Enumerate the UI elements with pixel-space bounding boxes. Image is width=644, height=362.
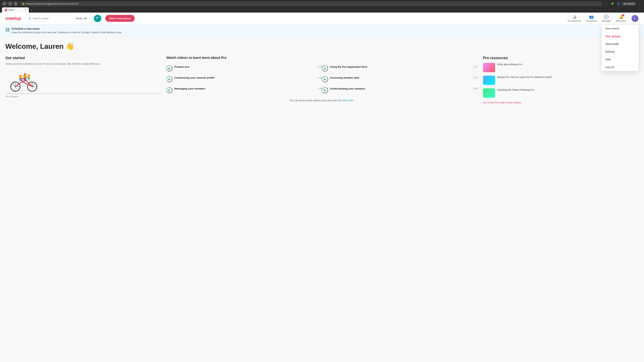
nav-messages[interactable]: 💬 Messages [602, 15, 611, 22]
svg-rect-23 [20, 78, 22, 81]
tabs-bar: M Home ✕ + [2, 7, 642, 12]
nav-pro-dashboard[interactable]: 📊 Pro Dashboard [568, 15, 581, 22]
incognito-badge: 🕵️ Incognito [622, 2, 636, 5]
extensions-icon[interactable]: 🧩 [610, 1, 615, 6]
nav-notifications[interactable]: 🔔 1 Notifications [616, 15, 626, 22]
site-logo[interactable]: meetup [5, 16, 21, 21]
resource-text-1: FAQs about Meetup Pro [497, 63, 522, 72]
schedule-event-banner: ℹ️ Schedule a new event Keep the momentu… [0, 24, 644, 37]
resource-text-3: Unlocking the Power of Meetup Pro [497, 88, 534, 98]
get-started-card: Get started Having an event scheduled un… [5, 56, 161, 98]
video-title-3: Customizing your network profile [174, 76, 316, 79]
dropdown-settings-label: Settings [605, 50, 615, 53]
get-started-description: Having an event scheduled unlocks Pro ex… [5, 62, 161, 66]
forward-button[interactable]: → [8, 1, 12, 6]
site-header: meetup 🔍 Dover, DE 🔍 Start a new group 📊… [0, 12, 644, 24]
active-tab[interactable]: M Home ✕ [2, 7, 29, 12]
nav-messages-label: Messages [602, 20, 611, 22]
dropdown-settings[interactable]: Settings [602, 48, 639, 56]
profile-icon[interactable]: 👤 [616, 1, 621, 6]
refresh-button[interactable]: ↻ [14, 1, 18, 6]
welcome-heading: Welcome, Lauren 👋 [5, 42, 639, 50]
video-item-4: ▶ Accessing member data 1:43 [322, 74, 478, 85]
search-icon: 🔍 [28, 17, 31, 20]
info-icon: ℹ️ [5, 28, 10, 32]
dropdown-logout-label: Log out [605, 66, 614, 68]
resource-thumbnail-3 [483, 88, 495, 98]
video-title-1: Product tour [174, 65, 316, 68]
banner-text: Keep the momentum going in the new year.… [12, 31, 122, 34]
back-button[interactable]: ← [2, 1, 7, 6]
video-duration-1: 3:19 [318, 65, 322, 68]
resource-item-3[interactable]: Unlocking the Power of Meetup Pro [483, 88, 639, 98]
video-item-2: ▶ Using the Pro registration form 1:17 [322, 63, 478, 74]
help-center-link[interactable]: help center [342, 99, 354, 102]
search-submit-icon: 🔍 [96, 16, 100, 20]
see-more-link[interactable]: See more Pro Help Center articles [483, 101, 521, 104]
dropdown-view-profile[interactable]: View profile [602, 40, 639, 48]
video-title-5: Messaging your members [174, 87, 316, 90]
video-title-4: Accessing member data [330, 76, 472, 79]
welcome-text: Welcome, Lauren [5, 42, 64, 50]
svg-marker-29 [25, 73, 27, 75]
location-display[interactable]: Dover, DE [73, 17, 90, 20]
browser-chrome: ← → ↻ 🔒 meetup.com/home/?suggested=true&… [0, 0, 644, 12]
resource-thumbnail-1 [483, 63, 495, 72]
resource-text-2: Meetup Pro: How do I grow my Pro Network… [497, 76, 552, 85]
wave-emoji: 👋 [66, 42, 74, 50]
svg-point-26 [27, 74, 30, 77]
dropdown-your-groups[interactable]: Your groups [602, 32, 639, 40]
browser-controls: ← → ↻ [2, 1, 18, 6]
video-duration-6: 2:36 [473, 87, 478, 90]
resource-item-2[interactable]: Meetup Pro: How do I grow my Pro Network… [483, 76, 639, 85]
dropdown-your-events[interactable]: Your events [602, 25, 639, 32]
play-button-6[interactable]: ▶ [322, 87, 328, 93]
videos-grid: ▶ Product tour 3:19 ▶ Using the Pro [166, 63, 478, 96]
banner-title: Schedule a new event [12, 27, 122, 30]
header-right: L Your events Your groups View profile S… [631, 15, 639, 22]
url-text: meetup.com/home/?suggested=true&source=E… [26, 2, 79, 5]
video-duration-4: 1:43 [473, 76, 478, 79]
banner-content: ℹ️ Schedule a new event Keep the momentu… [5, 27, 122, 34]
new-tab-button[interactable]: + [29, 8, 34, 12]
get-started-title: Get started [5, 56, 161, 60]
play-button-4[interactable]: ▶ [322, 76, 328, 82]
header-search-button[interactable]: 🔍 [94, 15, 101, 22]
play-button-1[interactable]: ▶ [166, 65, 172, 71]
svg-line-12 [32, 83, 36, 87]
bell-icon: 🔔 1 [619, 15, 623, 19]
videos-section-title: Watch videos to learn more about Pro [166, 56, 478, 60]
svg-rect-25 [24, 78, 26, 81]
bicycle-illustration [5, 69, 42, 92]
play-button-3[interactable]: ▶ [166, 76, 172, 82]
dropdown-your-events-label: Your events [605, 27, 619, 30]
header-nav: 📊 Pro Dashboard 👥 Connections 💬 Messages… [568, 15, 639, 22]
start-group-button[interactable]: Start a new group [105, 15, 135, 22]
svg-line-17 [26, 80, 32, 87]
video-item-6: ▶ Understanding your analytics 2:36 [322, 85, 478, 96]
progress-bar [5, 93, 161, 94]
dropdown-your-groups-label: Your groups [605, 35, 621, 38]
tab-close-button[interactable]: ✕ [24, 9, 26, 11]
progress-container: 0% Complete [5, 93, 161, 98]
tab-favicon: M [5, 9, 7, 11]
avatar-button[interactable]: L [631, 15, 639, 22]
chart-icon: 📊 [572, 15, 576, 19]
address-bar[interactable]: 🔒 meetup.com/home/?suggested=true&source… [20, 1, 602, 6]
search-input[interactable] [33, 17, 66, 20]
video-duration-5: 2:18 [318, 87, 322, 90]
video-title-2: Using the Pro registration form [330, 65, 472, 68]
browser-actions: ☆ 🧩 👤 🕵️ Incognito ⋮ [604, 1, 642, 6]
nav-connections[interactable]: 👥 Connections [586, 15, 597, 22]
play-button-2[interactable]: ▶ [322, 65, 328, 71]
menu-icon[interactable]: ⋮ [637, 1, 642, 6]
nav-pro-dashboard-label: Pro Dashboard [568, 20, 581, 22]
dropdown-logout[interactable]: Log out [602, 63, 639, 71]
content-grid: Get started Having an event scheduled un… [5, 56, 639, 104]
dropdown-help[interactable]: Help [602, 56, 639, 63]
dropdown-help-label: Help [605, 58, 611, 61]
bookmark-icon[interactable]: ☆ [604, 1, 608, 6]
search-bar[interactable]: 🔍 [25, 15, 69, 21]
video-item-3: ▶ Customizing your network profile 1:41 [166, 74, 322, 85]
play-button-5[interactable]: ▶ [166, 87, 172, 93]
